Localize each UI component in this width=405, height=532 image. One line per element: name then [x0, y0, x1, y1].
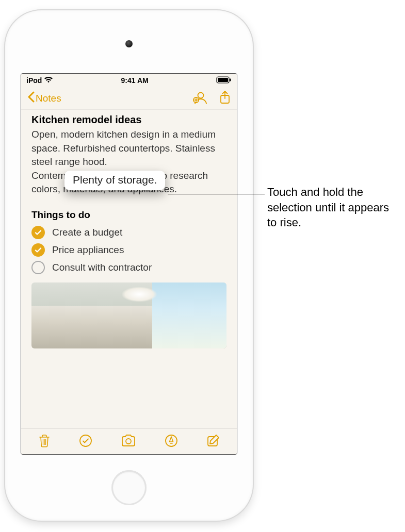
carrier-label: iPod: [26, 76, 42, 85]
note-image[interactable]: [31, 282, 226, 348]
status-time: 9:41 AM: [121, 76, 149, 85]
wifi-icon: [44, 76, 53, 85]
note-subheading: Things to do: [31, 209, 226, 221]
checklist-label: Price appliances: [52, 244, 124, 256]
share-icon[interactable]: [219, 90, 231, 107]
home-button[interactable]: [111, 470, 147, 505]
note-content[interactable]: Kitchen remodel ideas Open, modern kitch…: [21, 110, 237, 428]
battery-icon: [216, 76, 232, 85]
checklist-label: Consult with contractor: [52, 262, 152, 273]
svg-point-7: [126, 439, 131, 444]
back-button[interactable]: Notes: [27, 91, 61, 105]
screen: iPod 9:41 AM: [21, 73, 237, 455]
chevron-left-icon: [27, 91, 35, 105]
nav-right: [192, 90, 231, 107]
nav-bar: Notes: [21, 87, 237, 110]
checkbox-checked-icon[interactable]: [31, 226, 45, 239]
lifted-text: Plenty of storage.: [73, 174, 157, 186]
callout-leader-line: [168, 194, 265, 194]
lifted-selection[interactable]: Plenty of storage.: [64, 171, 165, 190]
checklist: Create a budget Price appliances Consult…: [31, 224, 226, 276]
callout-text: Touch and hold the selection until it ap…: [267, 185, 396, 230]
checkbox-checked-icon[interactable]: [31, 243, 45, 257]
checkbox-unchecked-icon[interactable]: [31, 261, 45, 274]
checklist-icon[interactable]: [78, 434, 93, 450]
status-bar: iPod 9:41 AM: [21, 74, 237, 87]
camera-icon[interactable]: [120, 434, 137, 450]
compose-icon[interactable]: [206, 434, 220, 450]
markup-icon[interactable]: [164, 434, 179, 450]
add-people-icon[interactable]: [192, 91, 208, 106]
svg-point-3: [198, 92, 204, 98]
checklist-item[interactable]: Create a budget: [31, 224, 226, 241]
checklist-label: Create a budget: [52, 227, 122, 238]
status-left: iPod: [26, 76, 53, 85]
device-frame: iPod 9:41 AM: [5, 10, 253, 521]
trash-icon[interactable]: [38, 434, 51, 450]
back-label: Notes: [36, 93, 61, 104]
bottom-toolbar: [21, 428, 237, 454]
checklist-item[interactable]: Consult with contractor: [31, 259, 226, 276]
svg-rect-2: [218, 78, 228, 82]
note-title: Kitchen remodel ideas: [31, 114, 226, 126]
svg-point-6: [80, 435, 91, 446]
checklist-item[interactable]: Price appliances: [31, 241, 226, 259]
svg-rect-1: [230, 78, 231, 81]
status-right: [216, 76, 232, 85]
